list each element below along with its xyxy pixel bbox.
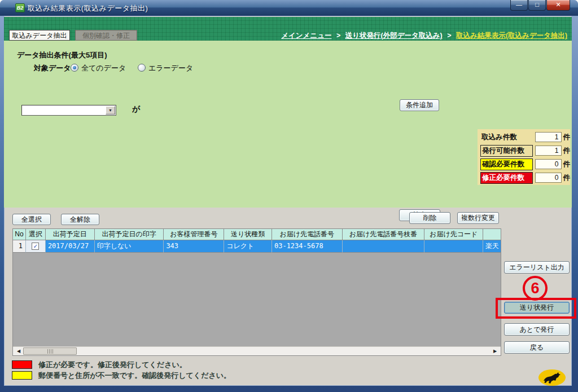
row-checkbox[interactable]: ✓ <box>32 243 39 250</box>
confirm-needed-count-label: 確認必要件数 <box>480 158 533 170</box>
header-ship-date: 出荷予定日 <box>46 229 95 240</box>
scrollbar-thumb[interactable] <box>23 347 77 355</box>
cell-dest-phone: 03-1234-5678 <box>272 240 343 253</box>
app-icon: B2 <box>15 3 25 12</box>
chevron-down-icon[interactable]: ▼ <box>106 106 115 114</box>
minimize-button[interactable]: — <box>510 0 528 11</box>
legend-yellow-text: 郵便番号と住所が不一致です。確認後発行してください。 <box>38 371 231 381</box>
issue-later-button[interactable]: あとで発行 <box>504 323 570 336</box>
multi-row-change-button[interactable]: 複数行変更 <box>457 212 499 224</box>
header-no: No <box>13 229 26 240</box>
fix-needed-count-row: 修正必要件数 0 件 <box>480 172 570 183</box>
cell-ship-date-print: 印字しない <box>95 240 164 253</box>
cell-dest-code <box>424 240 483 253</box>
cell-select: ✓ <box>26 240 46 253</box>
count-unit: 件 <box>563 160 571 169</box>
scroll-left-icon[interactable]: ◀ <box>14 347 23 355</box>
cell-ship-date: 2017/03/27 <box>46 240 95 253</box>
select-all-button[interactable]: 全選択 <box>12 214 51 225</box>
radio-all-data-label[interactable]: 全てのデータ <box>81 63 126 73</box>
add-condition-button[interactable]: 条件追加 <box>400 99 439 111</box>
condition-field-select[interactable]: ▼ <box>21 105 116 116</box>
header-select: 選択 <box>26 229 46 240</box>
condition-suffix-label: が <box>132 104 140 114</box>
radio-error-data[interactable] <box>138 64 146 72</box>
table-header-row: No 選択 出荷予定日 出荷予定日の印字 お客様管理番号 送り状種類 お届け先電… <box>13 229 501 240</box>
annotation-step-number: 6 <box>523 276 548 301</box>
count-unit: 件 <box>563 173 571 183</box>
fix-needed-count-value: 0 <box>535 173 562 183</box>
breadcrumb-separator: > <box>447 32 451 39</box>
back-button[interactable]: 戻る <box>504 341 570 354</box>
scroll-right-icon[interactable]: ▶ <box>491 347 500 355</box>
legend-yellow-swatch <box>12 371 32 380</box>
legend-red-swatch <box>12 360 32 369</box>
confirm-needed-count-row: 確認必要件数 0 件 <box>480 158 570 170</box>
fix-needed-count-label: 修正必要件数 <box>480 172 533 184</box>
imported-count-row: 取込み件数 1 件 <box>480 131 570 143</box>
count-unit: 件 <box>563 146 571 156</box>
section-title: データ抽出条件(最大5項目) <box>17 50 107 60</box>
scrollbar-grip <box>47 349 53 354</box>
imported-count-value: 1 <box>535 132 562 142</box>
header-dest-phone: お届け先電話番号 <box>272 229 343 240</box>
cell-customer-no: 343 <box>164 240 224 253</box>
radio-error-data-label[interactable]: エラーデータ <box>148 63 193 73</box>
imported-count-label: 取込み件数 <box>480 132 533 143</box>
yamato-cat-logo <box>538 369 566 386</box>
title-bar[interactable]: B2 取込み結果表示(取込みデータ抽出) — □ ✕ <box>0 0 578 16</box>
table-row[interactable]: 1 ✓ 2017/03/27 印字しない 343 コレクト 03-1234-56… <box>13 240 501 253</box>
annotation-highlight-box <box>496 298 576 319</box>
delete-button[interactable]: 削除 <box>409 212 450 224</box>
maximize-button[interactable]: □ <box>528 0 546 11</box>
extract-condition-panel: データ抽出条件(最大5項目) 対象データ 全てのデータ エラーデータ ▼ が 条… <box>4 41 572 208</box>
header-extra <box>483 229 501 240</box>
window-title: 取込み結果表示(取込みデータ抽出) <box>28 3 148 14</box>
issuable-count-label: 発行可能件数 <box>480 145 533 157</box>
breadcrumb: メインメニュー > 送り状発行(外部データ取込み) > 取込み結果表示(取込みデ… <box>281 31 567 41</box>
result-table: No 選択 出荷予定日 出荷予定日の印字 お客様管理番号 送り状種類 お届け先電… <box>12 228 501 356</box>
cell-no: 1 <box>13 240 26 253</box>
cell-invoice-type: コレクト <box>224 240 272 253</box>
breadcrumb-main-menu[interactable]: メインメニュー <box>281 32 331 39</box>
tab-import-data-extract[interactable]: 取込みデータ抽出 <box>9 30 70 41</box>
counts-panel: 取込み件数 1 件 発行可能件数 1 件 確認必要件数 0 件 修正必要件数 0 <box>478 129 570 185</box>
count-unit: 件 <box>563 133 571 142</box>
breadcrumb-separator: > <box>336 32 340 39</box>
close-button[interactable]: ✕ <box>546 0 570 11</box>
legend-red-text: 修正が必要です。修正後発行してください。 <box>38 360 187 370</box>
cell-dest-phone-ext <box>343 240 425 253</box>
header-dest-phone-ext: お届け先電話番号枝番 <box>343 229 425 240</box>
header-customer-no: お客様管理番号 <box>164 229 224 240</box>
issuable-count-value: 1 <box>535 146 562 156</box>
issuable-count-row: 発行可能件数 1 件 <box>480 145 570 156</box>
target-data-label: 対象データ <box>34 63 71 73</box>
horizontal-scrollbar[interactable]: ◀ ▶ <box>13 346 501 355</box>
breadcrumb-current-page: 取込み結果表示(取込みデータ抽出) <box>456 32 567 39</box>
breadcrumb-invoice-issue[interactable]: 送り状発行(外部データ取込み) <box>345 32 443 39</box>
deselect-all-button[interactable]: 全解除 <box>61 214 99 225</box>
window-controls: — □ ✕ <box>510 0 570 11</box>
header-dest-code: お届け先コード <box>424 229 483 240</box>
header-ship-date-print: 出荷予定日の印字 <box>95 229 164 240</box>
app-window: B2 取込み結果表示(取込みデータ抽出) — □ ✕ 取込みデータ抽出 個別確認… <box>0 0 578 392</box>
client-area: 取込みデータ抽出 個別確認・修正 メインメニュー > 送り状発行(外部データ取込… <box>4 16 572 386</box>
header-invoice-type: 送り状種類 <box>224 229 272 240</box>
cell-extra: 楽天 <box>483 240 501 253</box>
radio-all-data[interactable] <box>71 64 78 72</box>
tab-individual-confirm[interactable]: 個別確認・修正 <box>75 30 137 41</box>
confirm-needed-count-value: 0 <box>535 159 562 169</box>
error-list-output-button[interactable]: エラーリスト出力 <box>504 261 570 274</box>
